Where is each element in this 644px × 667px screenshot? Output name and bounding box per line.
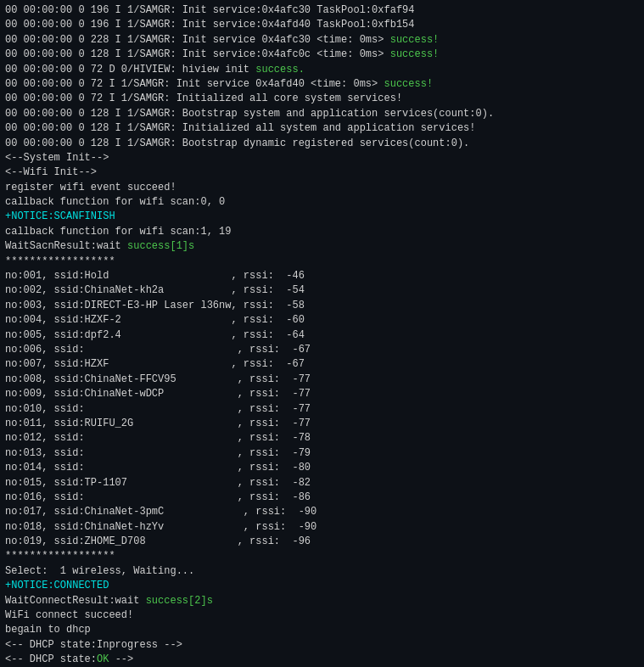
- terminal-line: no:008, ssid:ChinaNet-FFCV95 , rssi: -77: [5, 373, 639, 387]
- terminal-line: 00 00:00:00 0 128 I 1/SAMGR: Init servic…: [5, 48, 639, 62]
- terminal-line: 00 00:00:00 0 72 I 1/SAMGR: Init service…: [5, 77, 639, 92]
- terminal-line: register wifi event succeed!: [5, 181, 639, 195]
- terminal-line: <-- DHCP state:Inprogress -->: [5, 638, 639, 653]
- terminal-line: no:009, ssid:ChinaNet-wDCP , rssi: -77: [5, 387, 639, 401]
- terminal-line: 00 00:00:00 0 128 I 1/SAMGR: Bootstrap d…: [5, 137, 639, 151]
- terminal-line: no:010, ssid: , rssi: -77: [5, 402, 639, 417]
- terminal-line: <--System Init-->: [5, 151, 639, 165]
- terminal-line: callback function for wifi scan:1, 19: [5, 225, 639, 239]
- terminal-line: ******************: [5, 549, 639, 563]
- terminal-line: no:019, ssid:ZHOME_D708 , rssi: -96: [5, 535, 639, 549]
- terminal-line: begain to dhcp: [5, 623, 639, 637]
- terminal-line: +NOTICE:SCANFINISH: [5, 210, 639, 224]
- terminal-line: no:002, ssid:ChinaNet-kh2a , rssi: -54: [5, 283, 639, 298]
- terminal-line: no:017, ssid:ChinaNet-3pmC , rssi: -90: [5, 505, 639, 519]
- terminal-line: no:015, ssid:TP-1107 , rssi: -82: [5, 476, 639, 490]
- terminal-line: Select: 1 wireless, Waiting...: [5, 564, 639, 579]
- terminal-line: 00 00:00:00 0 196 I 1/SAMGR: Init servic…: [5, 3, 639, 18]
- terminal-line: no:014, ssid: , rssi: -80: [5, 461, 639, 475]
- terminal-line: no:013, ssid: , rssi: -79: [5, 446, 639, 461]
- terminal-line: ******************: [5, 255, 639, 269]
- terminal-line: no:012, ssid: , rssi: -78: [5, 431, 639, 446]
- terminal-line: 00 00:00:00 0 128 I 1/SAMGR: Initialized…: [5, 121, 639, 136]
- terminal-line: no:001, ssid:Hold , rssi: -46: [5, 269, 639, 283]
- terminal-line: <--Wifi Init-->: [5, 165, 639, 180]
- terminal-line: 00 00:00:00 0 228 I 1/SAMGR: Init servic…: [5, 33, 639, 48]
- terminal: 00 00:00:00 0 196 I 1/SAMGR: Init servic…: [0, 0, 644, 667]
- terminal-line: 00 00:00:00 0 128 I 1/SAMGR: Bootstrap s…: [5, 107, 639, 121]
- terminal-line: WaitSacnResult:wait success[1]s: [5, 239, 639, 254]
- terminal-line: 00 00:00:00 0 196 I 1/SAMGR: Init servic…: [5, 18, 639, 32]
- terminal-line: no:005, ssid:dpf2.4 , rssi: -64: [5, 328, 639, 343]
- terminal-line: callback function for wifi scan:0, 0: [5, 195, 639, 210]
- terminal-line: <-- DHCP state:OK -->: [5, 653, 639, 667]
- terminal-line: no:018, ssid:ChinaNet-hzYv , rssi: -90: [5, 520, 639, 535]
- terminal-line: no:007, ssid:HZXF , rssi: -67: [5, 357, 639, 372]
- terminal-line: 00 00:00:00 0 72 I 1/SAMGR: Initialized …: [5, 92, 639, 106]
- terminal-line: no:003, ssid:DIRECT-E3-HP Laser l36nw, r…: [5, 299, 639, 313]
- terminal-line: 00 00:00:00 0 72 D 0/HIVIEW: hiview init…: [5, 63, 639, 77]
- terminal-line: no:006, ssid: , rssi: -67: [5, 343, 639, 357]
- terminal-line: no:011, ssid:RUIFU_2G , rssi: -77: [5, 417, 639, 431]
- terminal-line: WaitConnectResult:wait success[2]s: [5, 594, 639, 608]
- terminal-line: no:016, ssid: , rssi: -86: [5, 490, 639, 505]
- terminal-line: no:004, ssid:HZXF-2 , rssi: -60: [5, 313, 639, 328]
- terminal-line: +NOTICE:CONNECTED: [5, 579, 639, 593]
- terminal-line: WiFi connect succeed!: [5, 608, 639, 623]
